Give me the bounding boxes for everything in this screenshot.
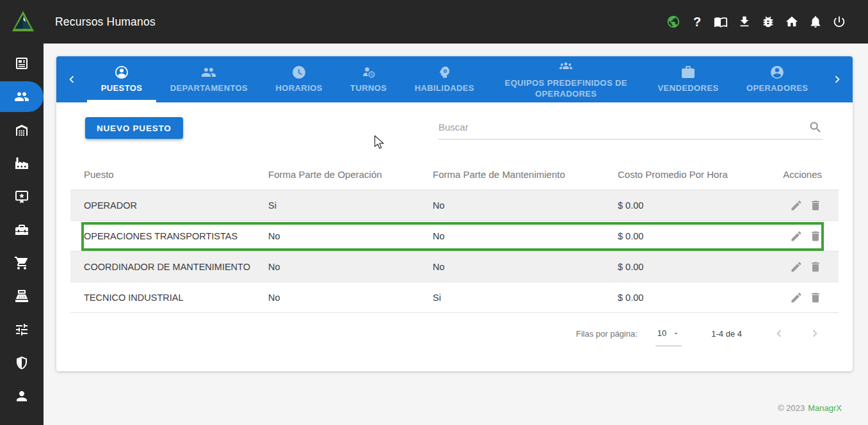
tab-label: HORARIOS [275,83,322,93]
sidebar-item-cart[interactable] [0,248,44,278]
edit-icon[interactable] [790,291,803,304]
tab-turnos[interactable]: TURNOS [336,56,401,102]
previous-page-button[interactable] [771,326,787,341]
groups-icon [201,65,216,80]
table-row: TECNICO INDUSTRIAL No Si $ 0.00 [70,282,839,313]
sidebar-item-toolbox[interactable] [0,214,44,245]
tab-label: TURNOS [350,83,387,93]
sidebar-item-user[interactable] [0,381,44,412]
new-puesto-button[interactable]: NUEVO PUESTO [85,117,183,139]
toolbox-icon [14,222,29,237]
topbar: Recursos Humanos ? [0,0,868,44]
cell-operacion: No [268,262,433,272]
topbar-icons: ? [666,15,868,29]
home-icon[interactable] [785,15,799,29]
delete-icon[interactable] [809,199,822,212]
tabs-scroll-left-button[interactable] [56,56,87,102]
edit-icon[interactable] [790,199,803,212]
teams-icon [558,60,574,75]
download-icon[interactable] [737,15,751,29]
cell-operacion: No [268,293,433,303]
person-schedule-icon [361,65,376,80]
search-icon[interactable] [808,120,823,134]
tab-label: VENDEDORES [658,83,719,93]
cell-mantenimiento: No [433,231,618,241]
tab-departamentos[interactable]: DEPARTAMENTOS [156,56,262,102]
book-icon[interactable] [714,15,728,29]
notifications-icon[interactable] [808,15,823,29]
brain-icon [437,65,452,80]
bug-icon[interactable] [761,15,775,29]
brand-link[interactable]: ManagrX [808,403,842,413]
power-icon[interactable] [832,15,846,29]
cell-operacion: No [268,231,433,241]
footer: © 2023ManagrX [778,403,842,413]
tab-operadores[interactable]: OPERADORES [732,56,822,102]
chevron-left-icon [65,72,79,86]
sidebar-item-human-resources[interactable] [0,81,44,112]
clock-icon [291,65,307,80]
tab-vendedores[interactable]: VENDEDORES [644,56,732,102]
cell-mantenimiento: No [433,262,618,272]
sidebar-item-warehouse[interactable] [0,115,44,145]
sidebar-item-certifications[interactable] [0,181,44,212]
sidebar [0,44,44,425]
people-icon [14,89,29,104]
cell-actions [778,261,839,273]
tab-label: DEPARTAMENTOS [170,83,248,93]
person-icon [14,389,29,404]
chevron-right-icon [830,72,844,86]
table-row: OPERADOR Si No $ 0.00 [70,190,839,221]
edit-icon[interactable] [790,261,803,273]
tabs-scroll-right-button[interactable] [822,56,853,102]
pagination: Filas por página: 10 1-4 de 4 [576,318,823,349]
edit-icon[interactable] [790,230,803,243]
table-header: Puesto Forma Parte de Operación Forma Pa… [70,159,839,190]
module-tabbar: PUESTOS DEPARTAMENTOS HORARIOS [56,56,853,102]
warehouse-icon [14,122,29,138]
sidebar-item-settings[interactable] [0,314,44,345]
tab-puestos[interactable]: PUESTOS [87,56,156,102]
dropdown-arrow-icon [672,330,680,337]
table-row: COORDINADOR DE MANTENIMIENTO No No $ 0.0… [70,252,839,282]
delete-icon[interactable] [809,261,822,273]
tab-equipos-predefinidos[interactable]: EQUIPOS PREDEFINIDOS DE OPERADORES [488,56,644,102]
cell-costo: $ 0.00 [618,262,778,272]
cell-costo: $ 0.00 [618,293,778,303]
cell-operacion: Si [268,200,433,211]
rows-per-page-select[interactable]: 10 [655,328,682,346]
briefcase-icon [680,65,696,80]
globe-icon[interactable] [666,15,680,29]
certificate-icon [14,189,29,204]
factory-icon [14,156,29,171]
main-content: PUESTOS DEPARTAMENTOS HORARIOS [44,44,868,425]
puestos-card: PUESTOS DEPARTAMENTOS HORARIOS [56,56,853,371]
sidebar-item-factory[interactable] [0,148,44,179]
chevron-left-icon [772,326,786,341]
sidebar-item-security[interactable] [0,348,44,378]
search-input[interactable] [438,122,808,132]
column-header-mantenimiento: Forma Parte de Mantenimiento [433,169,618,180]
delete-icon[interactable] [809,230,822,243]
cell-puesto: COORDINADOR DE MANTENIMIENTO [70,262,268,272]
sidebar-item-cash-register[interactable] [0,281,44,312]
cell-puesto: OPERACIONES TRANSPORTISTAS [70,231,268,241]
cell-actions [778,199,839,212]
chevron-right-icon [808,326,822,341]
tabs: PUESTOS DEPARTAMENTOS HORARIOS [87,56,822,102]
delete-icon[interactable] [809,291,822,304]
tab-habilidades[interactable]: HABILIDADES [401,56,488,102]
next-page-button[interactable] [807,326,823,341]
cell-actions [778,230,839,243]
table-row-highlighted: OPERACIONES TRANSPORTISTAS No No $ 0.00 [70,221,839,252]
account-circle-outline-icon [114,65,129,80]
rows-per-page-value: 10 [657,328,666,338]
tab-label: EQUIPOS PREDEFINIDOS DE OPERADORES [502,78,630,99]
column-header-operacion: Forma Parte de Operación [268,169,433,180]
account-circle-icon [769,65,785,80]
help-icon[interactable]: ? [690,15,704,29]
column-header-puesto: Puesto [70,169,268,180]
cell-costo: $ 0.00 [618,231,778,241]
sidebar-item-news[interactable] [0,48,44,79]
tab-horarios[interactable]: HORARIOS [262,56,337,102]
